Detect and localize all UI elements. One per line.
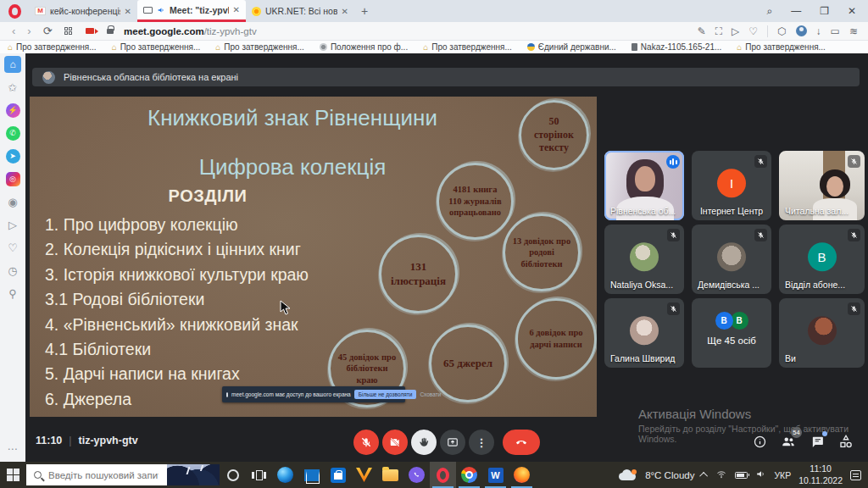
downloads-icon[interactable]: ↓ xyxy=(816,25,821,37)
taskbar-clock[interactable]: 11:10 10.11.2022 xyxy=(798,463,843,485)
participant-tile[interactable]: Галина Швирид xyxy=(604,298,684,368)
more-options-button[interactable]: ⋮ xyxy=(469,430,494,455)
snapshot-icon[interactable]: ⛶ xyxy=(715,25,722,37)
task-view-button[interactable] xyxy=(246,462,272,488)
volume-icon[interactable] xyxy=(755,468,766,483)
clock-time: 11:10 xyxy=(810,463,832,474)
hide-button[interactable]: Сховати xyxy=(420,391,441,397)
tab-close-icon[interactable]: ✕ xyxy=(233,5,240,14)
close-button[interactable]: ✕ xyxy=(848,5,856,17)
meeting-details-icon[interactable] xyxy=(751,433,768,450)
history-clock-icon[interactable]: ◷ xyxy=(4,262,21,279)
speed-dial-home-icon[interactable]: ⌂ xyxy=(4,56,21,73)
start-button[interactable] xyxy=(0,462,26,488)
participant-tile[interactable]: В Відділ абоне... xyxy=(779,225,865,294)
weather-cloud-icon[interactable] xyxy=(617,469,637,481)
camera-off-button[interactable] xyxy=(382,430,408,455)
profile-icon[interactable] xyxy=(796,25,807,36)
tab-meet-active[interactable]: Meet: "tiz-ypvh-gtv" ✕ xyxy=(137,0,246,22)
letter-avatar: В xyxy=(731,312,748,330)
back-icon[interactable]: ‹ xyxy=(12,25,15,37)
participant-tile[interactable]: І Інтернет Центр xyxy=(692,151,771,220)
speed-dial-icon[interactable] xyxy=(64,27,73,36)
tab-audio-icon xyxy=(157,6,165,14)
player-icon[interactable]: ◉ xyxy=(4,193,21,210)
bookmark-item[interactable]: ⌂Про затвердження... xyxy=(729,42,833,52)
raise-hand-button[interactable] xyxy=(411,430,437,455)
search-input[interactable] xyxy=(48,470,159,480)
bookmark-item[interactable]: Положення про ф... xyxy=(312,42,415,52)
new-tab-button[interactable]: + xyxy=(354,0,375,22)
taskbar-chrome[interactable] xyxy=(456,462,482,488)
secure-lock-icon[interactable] xyxy=(107,29,114,34)
chrome-icon xyxy=(461,467,477,483)
whatsapp-icon[interactable]: ✆ xyxy=(4,125,21,141)
language-indicator[interactable]: УКР xyxy=(774,470,791,480)
action-center-icon[interactable] xyxy=(850,470,861,480)
bookmarks-star-icon[interactable]: ✩ xyxy=(4,79,21,96)
tab-close-icon[interactable]: ✕ xyxy=(125,7,131,16)
participants-panel-icon[interactable]: 54 xyxy=(780,433,797,450)
tab-gmail[interactable]: M кейс-конференція бібліо ✕ xyxy=(29,0,137,22)
tab-close-icon[interactable]: ✕ xyxy=(342,7,348,16)
bookmark-item[interactable]: ⌂Про затвердження... xyxy=(208,42,312,52)
settings-sliders-icon[interactable]: ≋ xyxy=(849,25,858,37)
taskbar-viber[interactable] xyxy=(403,462,430,488)
tray-expand-icon[interactable] xyxy=(700,472,709,480)
taskbar-word[interactable]: W xyxy=(482,462,509,488)
messenger-icon[interactable]: ⚡ xyxy=(4,102,21,119)
end-call-button[interactable] xyxy=(503,430,540,455)
taskbar-mail[interactable] xyxy=(298,462,325,488)
my-flow-icon[interactable]: ▷ xyxy=(4,216,21,233)
wallet-icon[interactable]: ▭ xyxy=(831,25,840,37)
stop-allowing-button[interactable]: Більше не дозволяти xyxy=(354,390,417,399)
pinboard-icon[interactable]: ⚲ xyxy=(4,285,21,302)
present-screen-button[interactable] xyxy=(440,430,465,455)
bookmark-item[interactable]: Єдиний державни... xyxy=(520,42,624,52)
maximize-button[interactable]: ❐ xyxy=(820,5,829,17)
participant-tile-self[interactable]: Ви xyxy=(779,298,865,368)
participant-tile[interactable]: Демидівська ... xyxy=(692,225,771,294)
weather-text[interactable]: 8°C Cloudy xyxy=(645,470,694,480)
tab-ukrnet[interactable]: UKR.NET: Всі новини Укра ✕ xyxy=(246,0,354,22)
telegram-icon[interactable]: ➤ xyxy=(4,147,21,164)
send-to-device-icon[interactable]: ▷ xyxy=(732,25,739,37)
taskbar-search[interactable] xyxy=(26,464,220,485)
bookmark-item[interactable]: ⌂Про затвердження... xyxy=(104,42,209,52)
address-bar[interactable]: meet.google.com/tiz-ypvh-gtv xyxy=(124,26,257,36)
participant-tile[interactable]: Nataliya Oksa... xyxy=(604,225,684,294)
taskbar-opera-active[interactable] xyxy=(430,462,456,488)
reload-icon[interactable]: ⟳ xyxy=(43,25,53,37)
taskbar-v-app[interactable] xyxy=(351,462,377,488)
battery-icon[interactable] xyxy=(735,472,748,479)
cortana-icon xyxy=(227,469,239,481)
cortana-button[interactable] xyxy=(220,462,246,488)
sidebar-overflow-icon[interactable]: ⋯ xyxy=(8,443,19,455)
bookmark-item[interactable]: ⌂Про затвердження... xyxy=(0,42,104,52)
tab-search-icon[interactable]: ⌕ xyxy=(766,5,772,17)
taskbar-edge[interactable] xyxy=(272,462,298,488)
chat-panel-icon[interactable] xyxy=(809,433,826,450)
taskbar-firefox[interactable] xyxy=(509,462,535,488)
taskbar-file-explorer[interactable] xyxy=(377,462,403,488)
chat-unread-dot xyxy=(822,431,827,436)
forward-icon[interactable]: › xyxy=(27,25,31,37)
instagram-icon[interactable]: ◎ xyxy=(4,170,21,187)
participant-tile[interactable]: Читальна зал... xyxy=(779,151,865,220)
extension-icon[interactable]: ⬡ xyxy=(777,25,786,37)
stat-circle: 4181 книга 110 журналів опрацьовано xyxy=(437,163,514,240)
wifi-icon[interactable] xyxy=(715,468,727,483)
bookmark-heart-icon[interactable]: ♡ xyxy=(748,25,758,37)
bookmark-item[interactable]: Nakaz-1105.165-21... xyxy=(624,42,729,52)
participant-tile[interactable]: Рівненська об... xyxy=(604,151,684,220)
mic-muted-button[interactable] xyxy=(353,430,379,455)
opera-menu-button[interactable] xyxy=(0,0,29,22)
personal-news-heart-icon[interactable]: ♡ xyxy=(4,239,21,256)
edit-page-icon[interactable]: ✎ xyxy=(698,25,706,37)
activities-icon[interactable] xyxy=(837,433,854,450)
bookmark-item[interactable]: ⌂Про затвердження... xyxy=(415,42,520,52)
participant-overflow-tile[interactable]: В В Ще 45 осіб xyxy=(692,298,771,368)
taskbar-store[interactable] xyxy=(325,462,351,488)
minimize-button[interactable]: — xyxy=(791,5,801,17)
government-icon: ⌂ xyxy=(215,43,220,52)
